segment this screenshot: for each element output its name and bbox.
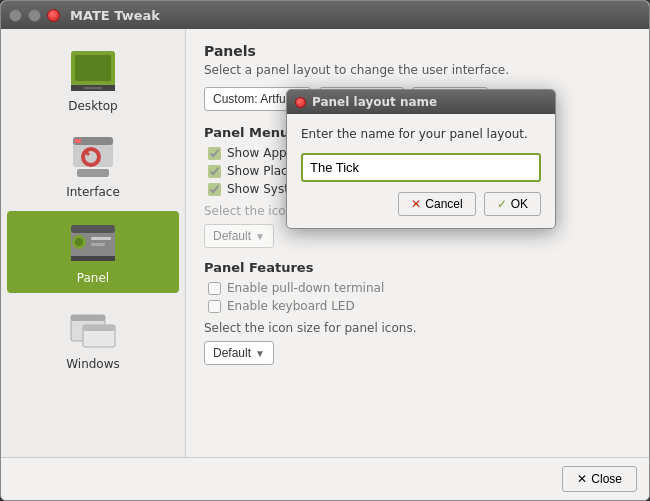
icon-size-arrow-icon: ▼: [255, 231, 265, 242]
svg-rect-6: [75, 139, 81, 143]
sidebar: Desktop Interface: [1, 29, 186, 457]
close-window-button[interactable]: ✕ Close: [562, 466, 637, 492]
cancel-label: Cancel: [425, 197, 462, 211]
sidebar-item-desktop-label: Desktop: [68, 99, 118, 113]
svg-rect-14: [91, 237, 111, 240]
cancel-button[interactable]: ✕ Cancel: [398, 192, 475, 216]
ok-button[interactable]: ✓ OK: [484, 192, 541, 216]
svg-rect-11: [71, 225, 115, 233]
svg-rect-20: [83, 325, 115, 331]
svg-rect-16: [71, 256, 115, 261]
svg-rect-9: [77, 169, 109, 177]
minimize-button[interactable]: [9, 9, 22, 22]
sidebar-item-interface[interactable]: Interface: [7, 125, 179, 207]
window-title: MATE Tweak: [70, 8, 160, 23]
sidebar-item-panel-label: Panel: [77, 271, 109, 285]
modal-buttons: ✕ Cancel ✓ OK: [301, 192, 541, 216]
panel-icon-size-section: Select the icon size for panel icons. De…: [204, 321, 631, 365]
modal-description: Enter the name for your panel layout.: [301, 126, 541, 143]
close-x-icon: ✕: [577, 472, 587, 486]
windows-icon: [69, 305, 117, 353]
enable-led-checkbox[interactable]: [208, 300, 221, 313]
panel-icon-size-arrow-icon: ▼: [255, 348, 265, 359]
enable-terminal-checkbox[interactable]: [208, 282, 221, 295]
sidebar-item-windows-label: Windows: [66, 357, 120, 371]
window-body: Desktop Interface: [1, 29, 649, 457]
show-applications-checkbox[interactable]: [208, 147, 221, 160]
svg-point-13: [75, 238, 83, 246]
panel-icon-size-desc: Select the icon size for panel icons.: [204, 321, 631, 335]
ok-icon: ✓: [497, 197, 507, 211]
panel-icon-size-value: Default: [213, 346, 251, 360]
sidebar-item-desktop[interactable]: Desktop: [7, 39, 179, 121]
panel-layout-name-dialog: Panel layout name Enter the name for you…: [286, 89, 556, 229]
icon-size-value: Default: [213, 229, 251, 243]
modal-body: Enter the name for your panel layout. ✕ …: [287, 114, 555, 228]
panel-icon: [69, 219, 117, 267]
desktop-icon: [69, 47, 117, 95]
panels-section-title: Panels: [204, 43, 631, 59]
panels-section-desc: Select a panel layout to change the user…: [204, 63, 631, 77]
close-label: Close: [591, 472, 622, 486]
maximize-button[interactable]: [28, 9, 41, 22]
show-system-checkbox[interactable]: [208, 183, 221, 196]
modal-close-button[interactable]: [295, 97, 306, 108]
panel-icon-size-dropdown[interactable]: Default ▼: [204, 341, 274, 365]
enable-led-label: Enable keyboard LED: [227, 299, 355, 313]
svg-rect-3: [84, 87, 102, 89]
svg-rect-1: [75, 55, 111, 81]
panel-features-title: Panel Features: [204, 260, 631, 275]
sidebar-item-panel[interactable]: Panel: [7, 211, 179, 293]
sidebar-item-windows[interactable]: Windows: [7, 297, 179, 379]
ok-label: OK: [511, 197, 528, 211]
main-window: MATE Tweak Desktop: [0, 0, 650, 501]
modal-titlebar: Panel layout name: [287, 90, 555, 114]
sidebar-item-interface-label: Interface: [66, 185, 120, 199]
footer-bar: ✕ Close: [1, 457, 649, 500]
enable-led-row: Enable keyboard LED: [204, 299, 631, 313]
close-button[interactable]: [47, 9, 60, 22]
svg-rect-15: [91, 243, 105, 246]
layout-dropdown-value: Custom: Artful: [213, 92, 288, 106]
enable-terminal-label: Enable pull-down terminal: [227, 281, 384, 295]
interface-icon: [69, 133, 117, 181]
titlebar: MATE Tweak: [1, 1, 649, 29]
enable-terminal-row: Enable pull-down terminal: [204, 281, 631, 295]
panel-features-section: Panel Features Enable pull-down terminal…: [204, 260, 631, 365]
modal-title: Panel layout name: [312, 95, 437, 109]
icon-size-dropdown[interactable]: Default ▼: [204, 224, 274, 248]
svg-rect-18: [71, 315, 105, 321]
show-places-checkbox[interactable]: [208, 165, 221, 178]
main-content: Panels Select a panel layout to change t…: [186, 29, 649, 457]
layout-name-input[interactable]: [301, 153, 541, 182]
cancel-icon: ✕: [411, 197, 421, 211]
